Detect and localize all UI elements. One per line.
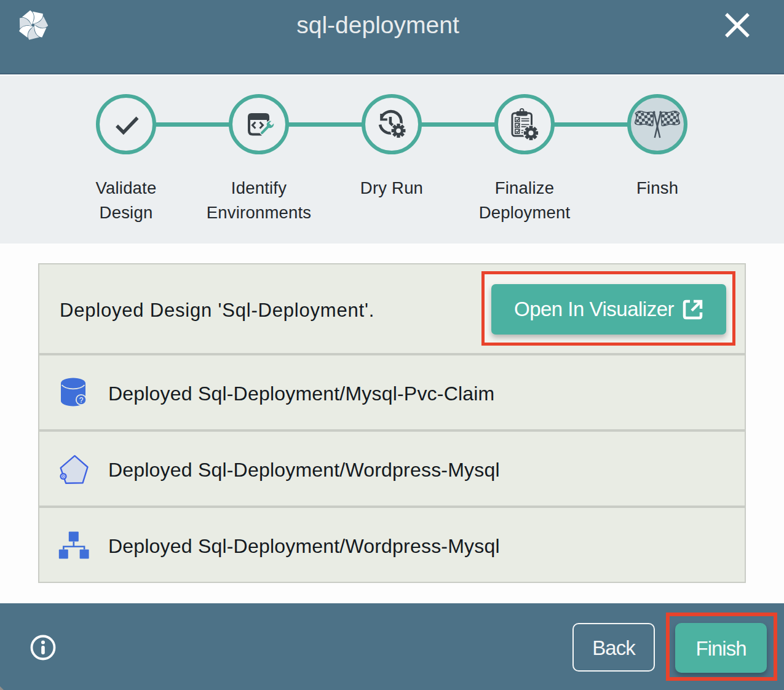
svg-text:?: ? — [79, 396, 84, 405]
